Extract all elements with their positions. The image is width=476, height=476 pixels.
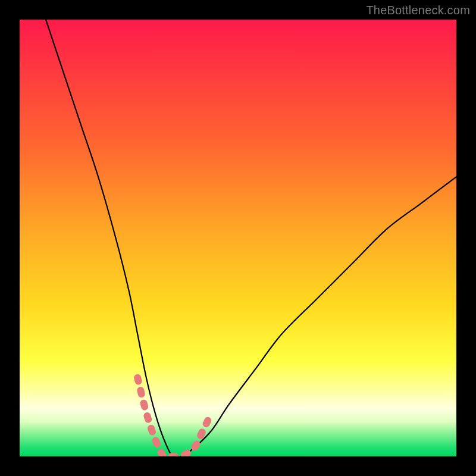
plot-area xyxy=(20,20,456,456)
curves-svg xyxy=(20,20,456,456)
bottleneck-curve xyxy=(46,20,456,456)
chart-frame: TheBottleneck.com xyxy=(0,0,476,476)
watermark-text: TheBottleneck.com xyxy=(366,4,470,17)
